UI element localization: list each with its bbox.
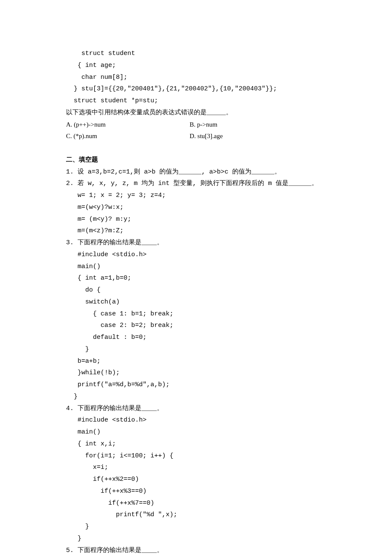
question-5-stem: 5. 下面程序的输出结果是____。 (66, 545, 326, 555)
section-title: 二、填空题 (66, 154, 326, 166)
options-row: C. (*p).num D. stu[3].age (66, 130, 326, 142)
question-4-stem: 4. 下面程序的输出结果是____。 (66, 403, 326, 415)
code-line: b=a+b; (66, 356, 326, 367)
code-line: x=i; (66, 462, 326, 474)
code-line: printf("a=%d,b=%d",a,b); (66, 379, 326, 391)
question-3-stem: 3. 下面程序的输出结果是____。 (66, 237, 326, 249)
code-line: } (66, 521, 326, 533)
code-line: { int age; (66, 60, 326, 72)
code-line: if(++x%7==0) (66, 497, 326, 509)
code-line: main() (66, 426, 326, 438)
code-line: struct student (66, 48, 326, 60)
code-line: case 2: b=2; break; (66, 320, 326, 332)
code-line: m=(w<y)?w:x; (66, 202, 326, 214)
code-line: printf("%d ",x); (66, 509, 326, 521)
options-row: A. (p++)->num B. p->num (66, 119, 326, 131)
code-line: struct student *p=stu; (66, 95, 326, 107)
code-line: }while(!b); (66, 367, 326, 379)
code-line: m=(m<z)?m:Z; (66, 225, 326, 237)
code-line: } stu[3]={{20,"200401"},{21,"200402"},{1… (66, 83, 326, 95)
option-b: B. p->num (190, 119, 217, 131)
question-2-stem: 2. 若 w, x, y, z, m 均为 int 型变量, 则执行下面程序段后… (66, 178, 326, 190)
code-line: m= (m<y)? m:y; (66, 214, 326, 225)
option-a: A. (p++)->num (66, 119, 190, 131)
code-line: { case 1: b=1; break; (66, 308, 326, 320)
code-line: #include <stdio.h> (66, 414, 326, 426)
code-line: w= 1; x = 2; y= 3; z=4; (66, 190, 326, 202)
blank-line (66, 142, 326, 154)
code-line: } (66, 344, 326, 356)
code-line: for(i=1; i<=100; i++) { (66, 450, 326, 462)
code-line: default : b=0; (66, 332, 326, 344)
code-line: char num[8]; (66, 72, 326, 84)
code-line: main() (66, 261, 326, 273)
option-d: D. stu[3].age (190, 130, 223, 142)
code-line: { int x,i; (66, 438, 326, 450)
code-line: } (66, 533, 326, 545)
code-line: { int a=1,b=0; (66, 272, 326, 284)
question-1: 1. 设 a=3,b=2,c=1,则 a>b 的值为______, a>b>c … (66, 166, 326, 178)
question-stem: 以下选项中引用结构体变量成员的表达式错误的是_____。 (66, 107, 326, 119)
option-c: C. (*p).num (66, 130, 190, 142)
code-line: #include <stdio.h> (66, 249, 326, 261)
code-line: switch(a) (66, 296, 326, 308)
code-line: if(++x%2==0) (66, 474, 326, 486)
code-line: do { (66, 284, 326, 296)
code-line: if(++x%3==0) (66, 486, 326, 497)
code-line: } (66, 391, 326, 403)
